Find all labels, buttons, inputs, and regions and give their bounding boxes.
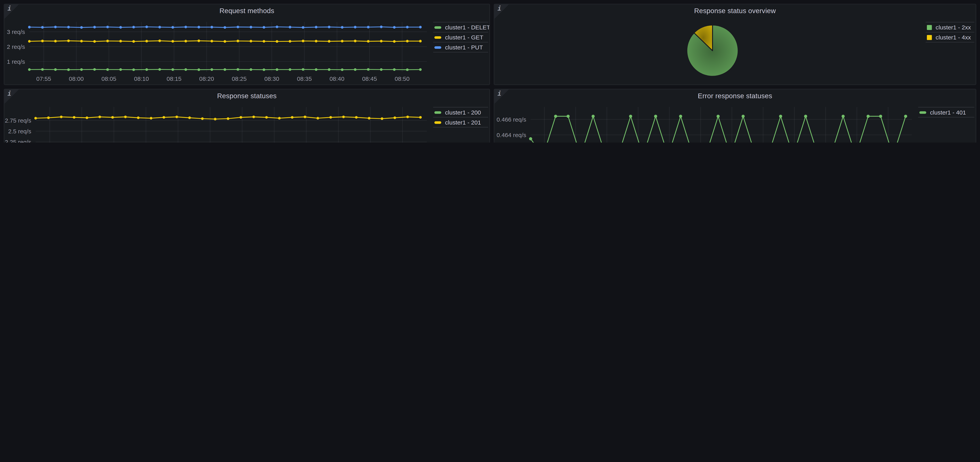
legend-item[interactable]: cluster1 - 200 [433, 107, 488, 117]
series-swatch [434, 36, 441, 38]
legend-label: cluster1 - 4xx [936, 34, 971, 41]
legend-label: cluster1 - DELETE [445, 24, 490, 30]
panel-title[interactable]: Error response statuses [494, 89, 975, 102]
svg-text:0.464 req/s: 0.464 req/s [496, 132, 526, 139]
panel-error-response-statuses: i Error response statuses 07:5508:0008:0… [494, 89, 976, 143]
legend-label: cluster1 - 201 [445, 119, 481, 126]
svg-text:08:50: 08:50 [395, 75, 410, 82]
svg-text:08:45: 08:45 [362, 75, 377, 82]
svg-text:08:30: 08:30 [264, 75, 279, 82]
legend-item[interactable]: cluster1 - DELETE [433, 22, 488, 32]
panel-title[interactable]: Request methods [4, 4, 489, 17]
legend-label: cluster1 - PUT [445, 44, 483, 51]
legend-item[interactable]: cluster1 - 201 [433, 117, 488, 127]
svg-text:08:40: 08:40 [329, 75, 344, 82]
series-swatch [927, 35, 932, 40]
legend-label: cluster1 - 401 [930, 109, 966, 116]
panel-response-statuses: i Response statuses 07:5508:0008:0508:10… [4, 89, 490, 143]
error-response-statuses-chart[interactable]: 07:5508:0008:0508:1008:1508:2008:2508:30… [494, 102, 918, 143]
info-corner-icon[interactable]: i [494, 4, 509, 19]
dashboard-row-2: i Response statuses 07:5508:0008:0508:10… [4, 89, 976, 143]
dashboard-row-1: i Request methods 07:5508:0008:0508:1008… [4, 4, 976, 85]
info-icon: i [498, 90, 501, 97]
svg-text:2.5 req/s: 2.5 req/s [8, 128, 31, 134]
info-corner-icon[interactable]: i [4, 89, 19, 104]
svg-text:08:05: 08:05 [102, 75, 116, 82]
svg-text:3 req/s: 3 req/s [7, 29, 25, 35]
info-corner-icon[interactable]: i [4, 4, 19, 19]
legend: cluster1 - 401 [918, 107, 975, 143]
series-swatch [434, 26, 441, 29]
svg-text:08:10: 08:10 [134, 75, 149, 82]
series-swatch [920, 111, 926, 113]
info-icon: i [8, 90, 11, 97]
panel-request-methods: i Request methods 07:5508:0008:0508:1008… [4, 4, 490, 85]
legend-item[interactable]: cluster1 - GET [433, 32, 488, 42]
svg-text:1 req/s: 1 req/s [7, 59, 25, 65]
svg-text:08:35: 08:35 [297, 75, 312, 82]
svg-text:07:55: 07:55 [36, 75, 51, 82]
panel-title[interactable]: Response statuses [4, 89, 489, 102]
response-statuses-chart[interactable]: 07:5508:0008:0508:1008:1508:2008:2508:30… [4, 102, 433, 143]
legend-item[interactable]: cluster1 - 2xx [926, 22, 975, 32]
legend: cluster1 - DELETE cluster1 - GET cluster… [433, 22, 489, 84]
request-methods-chart[interactable]: 07:5508:0008:0508:1008:1508:2008:2508:30… [4, 17, 433, 84]
svg-text:0.466 req/s: 0.466 req/s [496, 116, 526, 123]
response-status-pie-chart[interactable] [686, 24, 739, 78]
svg-text:08:15: 08:15 [167, 75, 181, 82]
info-icon: i [8, 5, 11, 12]
series-swatch [434, 121, 441, 124]
legend: cluster1 - 2xx cluster1 - 4xx [926, 22, 976, 84]
series-swatch [434, 111, 441, 113]
svg-text:2 req/s: 2 req/s [7, 43, 25, 50]
info-icon: i [498, 5, 501, 12]
info-corner-icon[interactable]: i [494, 89, 509, 104]
legend-item[interactable]: cluster1 - 4xx [926, 32, 975, 43]
legend-label: cluster1 - 200 [445, 109, 481, 116]
svg-text:08:25: 08:25 [232, 75, 247, 82]
legend-label: cluster1 - GET [445, 34, 483, 41]
legend: cluster1 - 200 cluster1 - 201 [433, 107, 489, 143]
svg-text:2.25 req/s: 2.25 req/s [5, 139, 31, 143]
svg-text:08:20: 08:20 [199, 75, 214, 82]
series-swatch [927, 25, 932, 30]
svg-text:08:00: 08:00 [69, 75, 84, 82]
grafana-dashboard: i Request methods 07:5508:0008:0508:1008… [0, 0, 980, 143]
legend-item[interactable]: cluster1 - 401 [918, 107, 974, 118]
legend-item[interactable]: cluster1 - PUT [433, 42, 488, 53]
series-swatch [434, 46, 441, 48]
panel-title[interactable]: Response status overview [494, 4, 975, 17]
svg-text:2.75 req/s: 2.75 req/s [5, 117, 31, 124]
legend-label: cluster1 - 2xx [936, 24, 971, 30]
panel-response-status-overview: i Response status overview cluster1 - 2x… [494, 4, 976, 85]
